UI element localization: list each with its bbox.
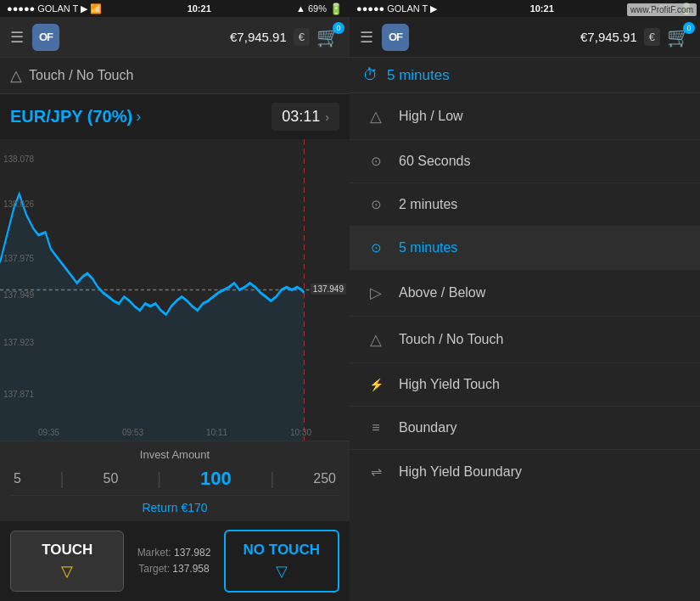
status-right-left: ▲ 69% 🔋 — [296, 3, 343, 15]
timer-dropdown-icon: ⏱ — [363, 66, 378, 84]
header-right-section: €7,945.91 € 🛒 0 — [230, 26, 339, 48]
location-icon: ▲ — [296, 3, 305, 14]
menu-item-60-seconds[interactable]: ⊙ 60 Seconds — [350, 140, 700, 183]
y-label-3: 137.975 — [3, 254, 34, 263]
amount-row: 5 | 50 | 100 | 250 — [10, 468, 339, 490]
menu-label-above-below: Above / Below — [399, 285, 485, 300]
y-label-4: 137.949 — [3, 290, 34, 300]
signal-dots-right: ●●●●● — [356, 3, 384, 14]
menu-label-60-seconds: 60 Seconds — [399, 154, 471, 169]
5min-icon: ⊙ — [367, 240, 385, 256]
menu-label-high-low: High / Low — [399, 109, 463, 124]
header-left-section: ☰ OF — [10, 24, 59, 51]
menu-button-right[interactable]: ☰ — [360, 28, 373, 47]
logo-left: OF — [32, 24, 59, 51]
60s-icon: ⊙ — [367, 154, 385, 169]
header-right: ☰ OF €7,945.91 € 🛒 0 — [350, 17, 700, 58]
return-bar: Return €170 — [10, 495, 339, 514]
menu-item-boundary[interactable]: ≡ Boundary — [350, 407, 700, 450]
carrier-left: GOLAN T — [37, 3, 78, 14]
menu-list: △ High / Low ⊙ 60 Seconds ⊙ 2 minutes ⊙ … — [350, 93, 700, 601]
signal-dots: ●●●●● — [7, 3, 35, 14]
divider-1: | — [60, 469, 64, 489]
header-right-left-section: ☰ OF — [360, 24, 409, 51]
battery-icon-left: 🔋 — [329, 3, 343, 15]
header-left: ☰ OF €7,945.91 € 🛒 0 — [0, 17, 350, 58]
market-label: Market: — [137, 547, 171, 559]
y-label-2: 138.026 — [3, 199, 34, 209]
battery-left: 69% — [308, 3, 327, 14]
status-bar-left: ●●●●● GOLAN T ▶ 📶 10:21 ▲ 69% 🔋 — [0, 0, 350, 17]
boundary-icon: ≡ — [367, 420, 385, 435]
menu-item-5-minutes[interactable]: ⊙ 5 minutes — [350, 227, 700, 270]
touch-down-icon: ▽ — [61, 562, 73, 581]
amount-100-selected[interactable]: 100 — [200, 468, 232, 490]
timer-display: 03:11 › — [272, 103, 339, 131]
no-touch-label: NO TOUCH — [244, 542, 320, 559]
y-label-6: 137.871 — [3, 390, 34, 399]
target-label: Target: — [138, 563, 170, 575]
target-price-label: 137.949 — [311, 284, 346, 295]
touch-button[interactable]: TOUCH ▽ — [10, 531, 124, 592]
left-panel: ●●●●● GOLAN T ▶ 📶 10:21 ▲ 69% 🔋 ☰ OF €7,… — [0, 0, 350, 601]
dropdown-title: 5 minutes — [387, 67, 450, 84]
menu-button-left[interactable]: ☰ — [10, 28, 24, 47]
market-row: Market: 137.982 — [132, 545, 215, 561]
divider-2: | — [157, 469, 161, 489]
instrument-bar[interactable]: △ Touch / No Touch — [0, 58, 350, 94]
dropdown-header[interactable]: ⏱ 5 minutes — [350, 58, 700, 93]
high-yield-touch-icon: ⚡ — [367, 378, 385, 391]
status-right-left-section: ●●●●● GOLAN T ▶ — [356, 3, 437, 14]
menu-item-high-low[interactable]: △ High / Low — [350, 93, 700, 140]
menu-label-high-yield-touch: High Yield Touch — [399, 377, 500, 392]
time-left: 10:21 — [188, 3, 211, 14]
market-value: 137.982 — [174, 547, 210, 559]
menu-label-high-yield-boundary: High Yield Boundary — [399, 464, 522, 480]
pair-name: EUR/JPY (70%) — [10, 107, 132, 126]
instrument-label: Touch / No Touch — [29, 68, 133, 83]
amount-50[interactable]: 50 — [104, 471, 119, 486]
trade-info: Market: 137.982 Target: 137.958 — [132, 545, 215, 577]
chart-area: 138.078 138.026 137.975 137.949 137.923 … — [0, 139, 350, 441]
currency-badge-left[interactable]: € — [294, 28, 310, 46]
touch-no-touch-menu-icon: △ — [367, 330, 385, 349]
menu-item-touch-no-touch[interactable]: △ Touch / No Touch — [350, 317, 700, 363]
time-label-3: 10:11 — [206, 428, 227, 437]
no-touch-down-icon: ▽ — [276, 562, 288, 581]
pair-section[interactable]: EUR/JPY (70%) › — [10, 107, 141, 126]
balance-left: €7,945.91 — [230, 30, 287, 44]
wifi-icon: ▶ — [81, 3, 87, 14]
pair-arrow-icon: › — [136, 108, 141, 126]
target-value: 137.958 — [172, 563, 209, 575]
menu-item-2-minutes[interactable]: ⊙ 2 minutes — [350, 183, 700, 227]
menu-item-high-yield-touch[interactable]: ⚡ High Yield Touch — [350, 363, 700, 407]
currency-badge-right[interactable]: € — [644, 28, 660, 46]
menu-item-above-below[interactable]: ▷ Above / Below — [350, 270, 700, 317]
touch-label: TOUCH — [42, 542, 92, 559]
signal-icon: 📶 — [90, 3, 102, 14]
no-touch-button[interactable]: NO TOUCH ▽ — [224, 530, 339, 593]
high-low-icon: △ — [367, 107, 385, 126]
balance-right: €7,945.91 — [580, 30, 637, 44]
timer-value: 03:11 — [282, 108, 320, 126]
amount-250[interactable]: 250 — [313, 471, 336, 486]
cart-wrapper-left[interactable]: 🛒 0 — [316, 26, 339, 48]
time-axis: 09:35 09:53 10:11 10:30 — [0, 428, 350, 437]
divider-3: | — [270, 469, 274, 489]
high-yield-boundary-icon: ⇌ — [367, 463, 385, 480]
menu-label-2-minutes: 2 minutes — [399, 197, 457, 212]
menu-label-touch-no-touch: Touch / No Touch — [399, 332, 503, 347]
amount-5[interactable]: 5 — [14, 471, 21, 486]
time-label-4: 10:30 — [290, 428, 311, 437]
time-label-2: 09:53 — [122, 428, 143, 437]
menu-item-high-yield-boundary[interactable]: ⇌ High Yield Boundary — [350, 450, 700, 493]
menu-label-5-minutes: 5 minutes — [399, 240, 457, 256]
time-right: 10:21 — [530, 3, 554, 14]
cart-wrapper-right[interactable]: 🛒 0 — [667, 26, 690, 48]
watermark: www.ProfitF.com — [627, 3, 697, 16]
carrier-right: GOLAN T — [387, 3, 428, 14]
above-below-icon: ▷ — [367, 284, 385, 302]
chart-svg — [0, 139, 350, 441]
cart-badge-right: 0 — [683, 22, 695, 34]
status-left: ●●●●● GOLAN T ▶ 📶 — [7, 3, 102, 14]
